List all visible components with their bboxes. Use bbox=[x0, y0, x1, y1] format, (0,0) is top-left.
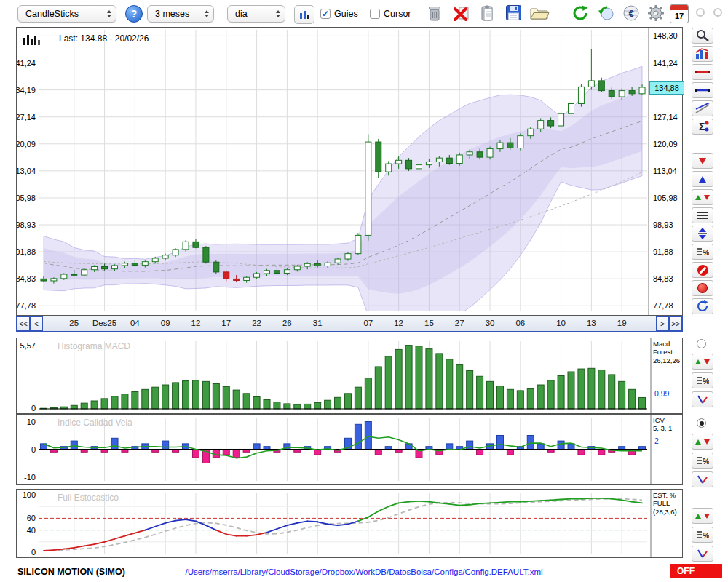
percent-lines-icon: % bbox=[696, 375, 709, 386]
svg-text:141,24: 141,24 bbox=[17, 59, 36, 68]
red-line-icon bbox=[695, 68, 710, 76]
window-dot-icon[interactable] bbox=[713, 8, 722, 17]
date-axis: 25Des2504091217222631071215273006101319 bbox=[17, 316, 684, 331]
chevron-updown-icon bbox=[101, 10, 111, 17]
svg-text:5,57: 5,57 bbox=[20, 341, 36, 350]
record-button[interactable] bbox=[692, 280, 713, 296]
macd-percent-button[interactable]: % bbox=[692, 372, 713, 388]
icv-style-button[interactable] bbox=[692, 471, 713, 487]
macd-signals-button[interactable] bbox=[692, 354, 713, 370]
scroll-next-button[interactable]: > bbox=[656, 316, 669, 331]
svg-text:127,14: 127,14 bbox=[653, 113, 678, 121]
percent-scale-button[interactable]: % bbox=[692, 244, 713, 260]
period-select[interactable]: 3 meses bbox=[147, 5, 214, 23]
icv-percent-button[interactable]: % bbox=[692, 453, 713, 469]
stoch-signals-button[interactable] bbox=[692, 508, 713, 524]
blue-line-tool-button[interactable] bbox=[692, 82, 713, 98]
svg-text:€: € bbox=[628, 8, 633, 19]
no-entry-icon bbox=[697, 265, 708, 276]
stoch-percent-button[interactable]: % bbox=[692, 527, 713, 543]
green-up-arrow-icon bbox=[695, 359, 701, 364]
stock-chart-app: { "toolbar": { "chart_type_value": "Cand… bbox=[0, 0, 728, 582]
off-toggle-button[interactable]: OFF bbox=[670, 564, 722, 578]
percent-lines-icon: % bbox=[696, 530, 709, 540]
cursor-checkbox[interactable]: Cursor bbox=[370, 5, 411, 23]
red-down-arrow-icon bbox=[704, 439, 710, 445]
checkbox-checked-icon: ✓ bbox=[320, 9, 331, 19]
scroll-prev-button[interactable]: < bbox=[30, 316, 43, 331]
stoch-style-button[interactable] bbox=[692, 546, 713, 562]
svg-text:%: % bbox=[703, 457, 709, 466]
sell-signal-button[interactable] bbox=[692, 153, 713, 169]
date-label: 27 bbox=[455, 319, 464, 327]
zoom-tool-button[interactable] bbox=[692, 28, 713, 44]
date-label: 25 bbox=[69, 319, 79, 327]
list-tool-button[interactable] bbox=[692, 207, 713, 223]
svg-text:100: 100 bbox=[23, 490, 36, 499]
gear-icon bbox=[646, 4, 665, 23]
red-down-arrow-icon bbox=[704, 195, 710, 200]
range-tool-button[interactable] bbox=[692, 226, 713, 242]
list-icon bbox=[697, 211, 708, 220]
toolbar: CandleSticks ? 3 meses dia ✓ Guies Curso… bbox=[0, 0, 728, 28]
disable-tool-button[interactable] bbox=[692, 262, 713, 278]
icv-signals-button[interactable] bbox=[692, 434, 713, 450]
icv-radio-selected[interactable] bbox=[697, 418, 706, 428]
red-line-tool-button[interactable] bbox=[692, 64, 713, 80]
window-dot-icon[interactable] bbox=[696, 8, 705, 17]
signals-toggle-button[interactable] bbox=[692, 189, 713, 205]
chevron-updown-icon bbox=[270, 10, 280, 17]
svg-text:0: 0 bbox=[31, 548, 36, 557]
interval-select[interactable]: dia bbox=[227, 5, 285, 23]
sum-tool-button[interactable]: Σ bbox=[692, 119, 713, 135]
macd-title: Histograma MACD bbox=[58, 341, 130, 351]
help-button[interactable]: ? bbox=[125, 5, 143, 23]
icv-panel: Indice Calidad Vela ICV 5, 3, 1 2 100-10 bbox=[16, 414, 683, 485]
open-file-button[interactable] bbox=[529, 5, 550, 21]
svg-text:98,93: 98,93 bbox=[17, 220, 36, 229]
date-label: 30 bbox=[486, 319, 495, 327]
reload-data-button[interactable] bbox=[692, 298, 713, 314]
svg-text:77,78: 77,78 bbox=[17, 301, 36, 310]
candlestick-chart[interactable]: 148,30141,24141,24134,19134,19127,14127,… bbox=[17, 28, 682, 315]
trendlines-icon bbox=[695, 103, 710, 114]
undo-globe-button[interactable] bbox=[597, 4, 616, 23]
svg-text:113,04: 113,04 bbox=[17, 167, 36, 175]
save-button[interactable] bbox=[505, 4, 522, 21]
trash-button[interactable] bbox=[427, 4, 443, 23]
undo-globe-icon bbox=[597, 4, 616, 23]
current-price-tag: 134,88 bbox=[649, 81, 684, 95]
delete-button[interactable] bbox=[453, 4, 470, 23]
trendlines-tool-button[interactable] bbox=[692, 100, 713, 116]
calendar-button[interactable]: 17 bbox=[670, 4, 689, 23]
red-dot-icon bbox=[697, 283, 708, 293]
v-line-icon bbox=[697, 474, 708, 485]
macd-radio[interactable] bbox=[697, 339, 706, 348]
mini-chart-icon bbox=[298, 9, 310, 20]
buy-signal-button[interactable] bbox=[692, 171, 713, 187]
svg-text:148,30: 148,30 bbox=[653, 31, 678, 40]
last-price-label: Last: 134.88 - 20/02/26 bbox=[59, 33, 149, 44]
mini-chart-button[interactable] bbox=[294, 5, 314, 24]
chart-type-select[interactable]: CandleSticks bbox=[17, 5, 116, 23]
currency-button[interactable]: € bbox=[622, 4, 641, 23]
updown-arrows-icon bbox=[697, 227, 708, 240]
settings-button[interactable] bbox=[646, 4, 665, 23]
guides-checkbox[interactable]: ✓ Guies bbox=[320, 5, 358, 23]
scroll-last-button[interactable]: >> bbox=[669, 316, 682, 331]
period-value: 3 meses bbox=[155, 9, 189, 19]
refresh-button[interactable] bbox=[571, 4, 590, 23]
v-line-icon bbox=[697, 548, 708, 559]
green-up-arrow-icon bbox=[695, 514, 701, 519]
date-label: 06 bbox=[515, 319, 525, 327]
indicator-tool-button[interactable] bbox=[692, 46, 713, 62]
copy-button[interactable] bbox=[479, 4, 496, 23]
svg-text:98,93: 98,93 bbox=[653, 220, 673, 229]
svg-text:113,04: 113,04 bbox=[653, 167, 677, 175]
svg-text:120,09: 120,09 bbox=[653, 140, 678, 148]
red-down-arrow-icon bbox=[704, 359, 710, 364]
svg-text:120,09: 120,09 bbox=[17, 140, 36, 148]
icv-title: Indice Calidad Vela bbox=[58, 418, 132, 428]
scroll-first-button[interactable]: << bbox=[17, 316, 30, 331]
macd-style-button[interactable] bbox=[692, 391, 713, 407]
